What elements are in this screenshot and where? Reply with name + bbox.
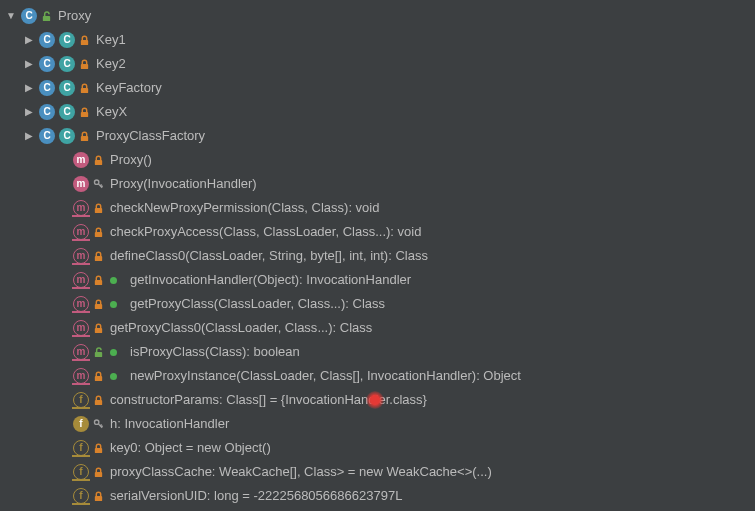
field-node[interactable]: ▶f key0: Object = new Object()	[0, 436, 755, 460]
expand-arrow-icon[interactable]: ▶	[22, 52, 36, 76]
node-label: Key1	[96, 28, 126, 52]
field-node[interactable]: ▶f h: InvocationHandler	[0, 412, 755, 436]
lock-closed-icon	[78, 130, 90, 142]
lock-open-icon	[92, 346, 104, 358]
method-node[interactable]: ▶m getProxyClass0(ClassLoader, Class...)…	[0, 316, 755, 340]
svg-rect-6	[94, 160, 101, 165]
svg-rect-9	[94, 232, 101, 237]
svg-rect-12	[94, 304, 101, 309]
node-label: Proxy(InvocationHandler)	[110, 172, 257, 196]
method-node[interactable]: ▶m newProxyInstance(ClassLoader, Class[]…	[0, 364, 755, 388]
lock-closed-icon	[78, 58, 90, 70]
expand-arrow-icon[interactable]: ▶	[22, 100, 36, 124]
svg-rect-15	[94, 376, 101, 381]
node-label: defineClass0(ClassLoader, String, byte[]…	[110, 244, 428, 268]
lock-closed-icon	[92, 442, 104, 454]
node-label: getProxyClass(ClassLoader, Class...): Cl…	[130, 292, 385, 316]
node-label: Key2	[96, 52, 126, 76]
svg-rect-5	[80, 136, 87, 141]
lock-closed-icon	[92, 154, 104, 166]
expand-arrow-icon[interactable]: ▶	[22, 28, 36, 52]
expand-arrow-icon[interactable]: ▶	[22, 124, 36, 148]
lock-closed-icon	[92, 202, 104, 214]
inner-class-node[interactable]: ▶CC Key1	[0, 28, 755, 52]
expand-arrow-icon[interactable]: ▶	[22, 76, 36, 100]
lock-closed-icon	[92, 322, 104, 334]
lock-open-icon	[40, 10, 52, 22]
svg-rect-20	[94, 496, 101, 501]
public-api-icon	[104, 343, 122, 361]
method-node[interactable]: ▶m checkProxyAccess(Class, ClassLoader, …	[0, 220, 755, 244]
node-label: checkProxyAccess(Class, ClassLoader, Cla…	[110, 220, 421, 244]
svg-rect-3	[80, 88, 87, 93]
inner-class-node[interactable]: ▶CC KeyX	[0, 100, 755, 124]
svg-rect-14	[94, 352, 101, 357]
svg-rect-18	[94, 448, 101, 453]
method-node[interactable]: ▶m getProxyClass(ClassLoader, Class...):…	[0, 292, 755, 316]
field-node[interactable]: ▶f serialVersionUID: long = -22225680566…	[0, 484, 755, 508]
method-node[interactable]: ▶m Proxy(InvocationHandler)	[0, 172, 755, 196]
method-node[interactable]: ▶m isProxyClass(Class): boolean	[0, 340, 755, 364]
protected-key-icon	[92, 178, 104, 190]
public-api-icon	[104, 367, 122, 385]
inner-class-node[interactable]: ▶CC KeyFactory	[0, 76, 755, 100]
inner-class-node[interactable]: ▶CC ProxyClassFactory	[0, 124, 755, 148]
svg-rect-11	[94, 280, 101, 285]
node-label: KeyX	[96, 100, 127, 124]
public-api-icon	[104, 295, 122, 313]
svg-rect-8	[94, 208, 101, 213]
node-label: proxyClassCache: WeakCache[], Class> = n…	[110, 460, 492, 484]
node-label: constructorParams: Class[] = {Invocation…	[110, 388, 427, 412]
class-icon: C	[20, 7, 38, 25]
lock-closed-icon	[92, 250, 104, 262]
node-label: ProxyClassFactory	[96, 124, 205, 148]
protected-key-icon	[92, 418, 104, 430]
node-label: newProxyInstance(ClassLoader, Class[], I…	[130, 364, 521, 388]
lock-closed-icon	[78, 82, 90, 94]
node-label: h: InvocationHandler	[110, 412, 229, 436]
lock-closed-icon	[92, 466, 104, 478]
node-label: Proxy	[58, 4, 91, 28]
svg-rect-0	[42, 16, 49, 21]
structure-tree: ▼C Proxy▶CC Key1▶CC Key2▶CC KeyFactory▶C…	[0, 4, 755, 508]
field-node[interactable]: ▶f proxyClassCache: WeakCache[], Class> …	[0, 460, 755, 484]
method-node[interactable]: ▶m Proxy()	[0, 148, 755, 172]
lock-closed-icon	[92, 298, 104, 310]
node-label: KeyFactory	[96, 76, 162, 100]
method-node[interactable]: ▶m getInvocationHandler(Object): Invocat…	[0, 268, 755, 292]
svg-rect-16	[94, 400, 101, 405]
field-node[interactable]: ▶f constructorParams: Class[] = {Invocat…	[0, 388, 755, 412]
node-label: Proxy()	[110, 148, 152, 172]
node-label: isProxyClass(Class): boolean	[130, 340, 300, 364]
inner-class-node[interactable]: ▶CC Key2	[0, 52, 755, 76]
svg-rect-1	[80, 40, 87, 45]
svg-rect-19	[94, 472, 101, 477]
node-label: checkNewProxyPermission(Class, Class): v…	[110, 196, 379, 220]
lock-closed-icon	[78, 34, 90, 46]
class-node-proxy[interactable]: ▼C Proxy	[0, 4, 755, 28]
svg-rect-2	[80, 64, 87, 69]
lock-closed-icon	[92, 394, 104, 406]
public-api-icon	[104, 271, 122, 289]
svg-rect-4	[80, 112, 87, 117]
lock-closed-icon	[92, 226, 104, 238]
node-label: key0: Object = new Object()	[110, 436, 271, 460]
svg-rect-13	[94, 328, 101, 333]
lock-closed-icon	[92, 490, 104, 502]
node-label: serialVersionUID: long = -22225680566866…	[110, 484, 402, 508]
lock-closed-icon	[92, 274, 104, 286]
node-label: getProxyClass0(ClassLoader, Class...): C…	[110, 316, 372, 340]
method-node[interactable]: ▶m checkNewProxyPermission(Class, Class)…	[0, 196, 755, 220]
lock-closed-icon	[78, 106, 90, 118]
expand-arrow-icon[interactable]: ▼	[4, 4, 18, 28]
lock-closed-icon	[92, 370, 104, 382]
svg-rect-10	[94, 256, 101, 261]
method-node[interactable]: ▶m defineClass0(ClassLoader, String, byt…	[0, 244, 755, 268]
node-label: getInvocationHandler(Object): Invocation…	[130, 268, 411, 292]
